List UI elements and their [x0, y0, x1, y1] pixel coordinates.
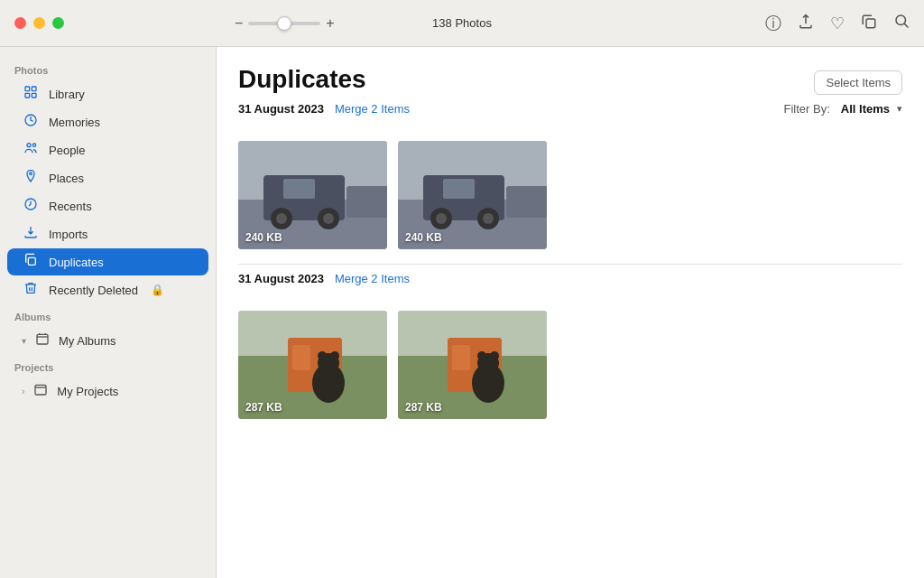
recents-icon	[22, 197, 40, 215]
filter-by-value: All Items	[841, 102, 890, 116]
photo-size-label: 287 KB	[245, 401, 282, 414]
sidebar: Photos Library Memories	[0, 47, 217, 578]
zoom-out-button[interactable]: −	[235, 15, 243, 32]
svg-rect-29	[443, 179, 475, 199]
section2-date: 31 August 2023	[238, 272, 324, 285]
svg-rect-16	[35, 385, 46, 395]
svg-rect-5	[25, 93, 30, 98]
section1-merge-link[interactable]: Merge 2 Items	[335, 102, 410, 116]
section1-photo-grid: 240 KB 240 KB	[238, 141, 902, 249]
section2-photos: 287 KB 287 KB	[217, 296, 924, 434]
imports-label: Imports	[49, 228, 88, 241]
section1-photos: 240 KB 240 KB	[217, 126, 924, 264]
svg-point-41	[318, 351, 327, 360]
duplicate-icon[interactable]	[861, 14, 877, 33]
sidebar-item-people[interactable]: People	[7, 136, 208, 163]
titlebar: − + 138 Photos ⓘ ♡	[0, 0, 924, 47]
date-merge-group-2: 31 August 2023 Merge 2 Items	[238, 272, 410, 285]
svg-rect-6	[32, 93, 36, 98]
sidebar-section-albums: Albums	[0, 304, 216, 326]
svg-rect-13	[37, 334, 48, 344]
filter-chevron-icon: ▾	[897, 103, 902, 115]
date-merge-group-1: 31 August 2023 Merge 2 Items	[238, 102, 410, 116]
svg-point-9	[32, 144, 35, 146]
photo-item[interactable]: 287 KB	[398, 311, 547, 419]
imports-icon	[22, 225, 40, 243]
svg-point-50	[490, 351, 499, 360]
library-label: Library	[49, 88, 85, 101]
photo-count: 138 Photos	[432, 16, 492, 30]
photo-size-label: 240 KB	[245, 231, 282, 244]
filter-by-dropdown[interactable]: Filter By: All Items ▾	[784, 102, 902, 116]
svg-point-10	[30, 172, 32, 175]
page-title: Duplicates	[238, 65, 366, 94]
maximize-button[interactable]	[52, 17, 64, 29]
section2-merge-link[interactable]: Merge 2 Items	[335, 272, 410, 285]
zoom-in-button[interactable]: +	[326, 15, 334, 32]
my-projects-label: My Projects	[57, 385, 118, 398]
places-label: Places	[49, 172, 84, 185]
sidebar-item-my-albums[interactable]: ▾ My Albums	[7, 327, 208, 354]
favorite-icon[interactable]: ♡	[830, 14, 845, 33]
svg-rect-34	[506, 186, 547, 218]
traffic-lights	[14, 17, 64, 29]
zoom-control: − +	[235, 15, 335, 32]
section2-photo-grid: 287 KB 287 KB	[238, 311, 902, 419]
sidebar-item-imports[interactable]: Imports	[7, 220, 208, 247]
content-area: Duplicates Select Items 31 August 2023 M…	[217, 47, 924, 578]
svg-rect-25	[346, 186, 387, 218]
titlebar-actions: ⓘ ♡	[765, 13, 910, 34]
select-items-button[interactable]: Select Items	[814, 70, 902, 95]
close-button[interactable]	[14, 17, 26, 29]
sidebar-item-places[interactable]: Places	[7, 164, 208, 191]
photo-item[interactable]: 240 KB	[398, 141, 547, 249]
projects-icon	[32, 382, 50, 400]
duplicates-label: Duplicates	[49, 256, 104, 269]
sidebar-item-recents[interactable]: Recents	[7, 192, 208, 219]
svg-point-24	[323, 213, 334, 224]
section1-date: 31 August 2023	[238, 102, 324, 116]
svg-point-8	[27, 144, 31, 147]
memories-icon	[22, 113, 40, 131]
recents-label: Recents	[49, 200, 92, 213]
sidebar-item-duplicates[interactable]: Duplicates	[7, 248, 208, 275]
svg-rect-0	[866, 19, 875, 28]
section2-filter-bar: 31 August 2023 Merge 2 Items	[217, 265, 924, 296]
filter-by-label: Filter By:	[784, 102, 830, 116]
svg-point-31	[436, 213, 447, 224]
section1-filter-bar: 31 August 2023 Merge 2 Items Filter By: …	[217, 95, 924, 126]
photo-size-label: 287 KB	[405, 401, 442, 414]
share-icon[interactable]	[798, 14, 814, 33]
svg-rect-46	[452, 345, 470, 370]
memories-label: Memories	[49, 116, 100, 129]
info-icon[interactable]: ⓘ	[765, 13, 781, 34]
minimize-button[interactable]	[33, 17, 45, 29]
sidebar-item-memories[interactable]: Memories	[7, 108, 208, 135]
my-albums-label: My Albums	[59, 334, 116, 348]
sidebar-section-photos: Photos	[0, 58, 216, 79]
album-icon	[33, 331, 51, 350]
sidebar-item-library[interactable]: Library	[7, 80, 208, 107]
library-icon	[22, 85, 40, 103]
sidebar-item-recently-deleted[interactable]: Recently Deleted 🔒	[7, 276, 208, 303]
trash-icon	[22, 281, 40, 299]
chevron-down-icon: ▾	[22, 336, 26, 346]
sidebar-item-my-projects[interactable]: › My Projects	[7, 378, 208, 405]
svg-rect-12	[28, 257, 35, 265]
photo-item[interactable]: 287 KB	[238, 311, 387, 419]
photo-item[interactable]: 240 KB	[238, 141, 387, 249]
zoom-thumb[interactable]	[277, 16, 291, 31]
main-layout: Photos Library Memories	[0, 47, 924, 578]
zoom-slider[interactable]	[248, 22, 320, 25]
svg-point-33	[483, 213, 494, 224]
photo-size-label: 240 KB	[405, 231, 442, 244]
people-icon	[22, 141, 40, 159]
search-icon[interactable]	[893, 13, 910, 33]
svg-point-22	[276, 213, 287, 224]
svg-point-49	[477, 351, 486, 360]
chevron-right-icon: ›	[22, 387, 24, 396]
sidebar-section-projects: Projects	[0, 355, 216, 377]
lock-icon: 🔒	[151, 284, 164, 296]
recently-deleted-label: Recently Deleted	[49, 284, 138, 297]
svg-rect-20	[283, 179, 315, 199]
